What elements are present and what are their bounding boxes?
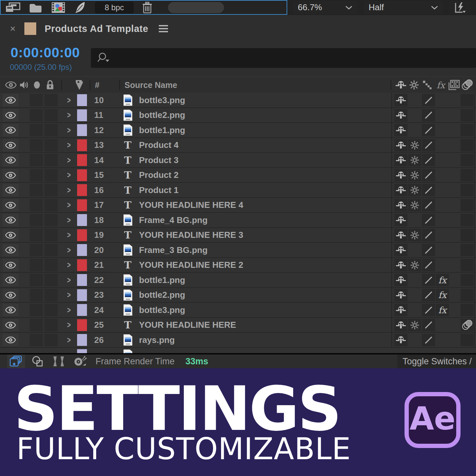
collapse-transformations-switch-icon[interactable] bbox=[408, 229, 421, 241]
layer-expand-chevron-icon[interactable]: > bbox=[65, 94, 73, 106]
layer-expand-chevron-icon[interactable]: > bbox=[65, 154, 73, 166]
layer-label-swatch[interactable] bbox=[77, 334, 87, 346]
layer-row[interactable]: >17TYOUR HEADLINE HERE 4 bbox=[0, 198, 476, 213]
layer-name[interactable]: bottle2.png bbox=[139, 109, 185, 122]
project-panel-icon[interactable] bbox=[5, 2, 20, 13]
layer-audio-cell[interactable] bbox=[30, 244, 43, 256]
quality-switch-icon[interactable] bbox=[422, 274, 435, 286]
layer-name[interactable]: bottle2.png bbox=[139, 289, 185, 301]
parent-link-cell[interactable] bbox=[461, 319, 474, 331]
layer-row[interactable]: >25TYOUR HEADLINE HERE bbox=[0, 318, 476, 333]
layer-audio-cell[interactable] bbox=[30, 124, 43, 136]
layer-name[interactable]: bottle3.png bbox=[139, 304, 185, 316]
quality-switch-icon[interactable] bbox=[422, 229, 435, 241]
quick-search-pill[interactable] bbox=[168, 2, 224, 13]
close-tab-icon[interactable]: × bbox=[10, 24, 16, 34]
audio-column-speaker-icon[interactable] bbox=[19, 80, 29, 90]
quality-switch-icon[interactable] bbox=[422, 214, 435, 226]
collapse-transformations-switch-icon[interactable] bbox=[408, 154, 421, 166]
layer-solo-cell[interactable] bbox=[44, 139, 58, 152]
quality-switch-icon[interactable] bbox=[422, 199, 435, 211]
shy-switch-icon[interactable] bbox=[394, 94, 407, 106]
layer-visibility-eye-icon[interactable] bbox=[3, 244, 18, 256]
shy-switch-icon[interactable] bbox=[394, 259, 407, 271]
video-column-eye-icon[interactable] bbox=[5, 81, 16, 89]
layer-row[interactable]: >14TProduct 3 bbox=[0, 153, 476, 168]
shy-switch-icon[interactable] bbox=[394, 139, 407, 152]
effects-switch-icon[interactable]: fx bbox=[436, 289, 449, 301]
layer-visibility-eye-icon[interactable] bbox=[3, 199, 18, 211]
parent-link-cell[interactable] bbox=[461, 184, 474, 196]
layer-expand-chevron-icon[interactable]: > bbox=[65, 139, 73, 152]
layer-visibility-eye-icon[interactable] bbox=[3, 124, 18, 136]
layer-name[interactable]: YOUR HEADLINE HERE bbox=[139, 319, 236, 331]
shy-switch-icon[interactable] bbox=[394, 184, 407, 196]
layer-name[interactable]: rays.png bbox=[139, 334, 175, 346]
layer-visibility-eye-icon[interactable] bbox=[3, 139, 18, 152]
quality-switch-icon[interactable] bbox=[422, 244, 435, 256]
layer-audio-cell[interactable] bbox=[30, 154, 43, 166]
layer-visibility-eye-icon[interactable] bbox=[3, 304, 18, 316]
layer-solo-cell[interactable] bbox=[44, 319, 58, 331]
layer-label-swatch[interactable] bbox=[77, 94, 87, 106]
parent-link-cell[interactable] bbox=[461, 274, 474, 286]
layer-solo-cell[interactable] bbox=[44, 169, 58, 182]
collapse-transformations-switch-icon[interactable] bbox=[408, 169, 421, 182]
layer-label-swatch[interactable] bbox=[77, 304, 87, 316]
parent-link-cell[interactable] bbox=[461, 109, 474, 122]
layer-label-swatch[interactable] bbox=[77, 259, 87, 271]
quality-switch-icon[interactable] bbox=[422, 184, 435, 196]
layer-label-swatch[interactable] bbox=[77, 139, 87, 151]
parent-link-cell[interactable] bbox=[461, 214, 474, 226]
layer-switches-pane-button[interactable] bbox=[7, 354, 25, 368]
motion-blur-column-icon[interactable] bbox=[460, 79, 474, 91]
transfer-controls-pane-button[interactable] bbox=[32, 356, 44, 367]
layer-solo-cell[interactable] bbox=[44, 274, 58, 286]
layer-visibility-eye-icon[interactable] bbox=[3, 229, 18, 241]
layer-row[interactable]: >20Frame_3 BG.png bbox=[0, 243, 476, 258]
layer-name[interactable]: bottle1.png bbox=[139, 274, 185, 286]
layer-name[interactable]: bottle3.png bbox=[139, 94, 185, 106]
layer-expand-chevron-icon[interactable]: > bbox=[65, 214, 73, 226]
layer-visibility-eye-icon[interactable] bbox=[3, 154, 18, 166]
shy-switch-icon[interactable] bbox=[394, 319, 407, 331]
layer-label-swatch[interactable] bbox=[77, 319, 87, 331]
quality-column-icon[interactable] bbox=[422, 80, 432, 90]
layer-solo-cell[interactable] bbox=[44, 154, 58, 166]
layer-row[interactable]: >19TYOUR HEADLINE HERE 3 bbox=[0, 228, 476, 243]
bit-depth-button[interactable]: 8 bpc bbox=[95, 2, 134, 14]
layer-solo-cell[interactable] bbox=[44, 334, 58, 346]
magnification-dropdown[interactable]: 66.7% bbox=[293, 1, 357, 14]
layer-name[interactable]: Product 4 bbox=[139, 139, 179, 152]
comp-tab-title[interactable]: Products Ad Template bbox=[45, 23, 149, 34]
quality-switch-icon[interactable] bbox=[422, 334, 435, 346]
layer-expand-chevron-icon[interactable]: > bbox=[65, 274, 73, 286]
panel-menu-icon[interactable] bbox=[159, 25, 168, 32]
layer-visibility-eye-icon[interactable] bbox=[3, 109, 18, 122]
layer-solo-cell[interactable] bbox=[44, 289, 58, 301]
layer-audio-cell[interactable] bbox=[30, 109, 43, 122]
layer-visibility-eye-icon[interactable] bbox=[3, 289, 18, 301]
layer-name[interactable]: YOUR HEADLINE HERE 3 bbox=[139, 229, 243, 241]
layer-solo-cell[interactable] bbox=[44, 184, 58, 196]
layer-row[interactable] bbox=[0, 348, 476, 353]
shy-switch-icon[interactable] bbox=[394, 214, 407, 226]
layer-row[interactable]: >12bottle1.png bbox=[0, 123, 476, 138]
layer-audio-cell[interactable] bbox=[30, 289, 43, 301]
layer-visibility-eye-icon[interactable] bbox=[3, 214, 18, 226]
in-out-stretch-pane-button[interactable] bbox=[53, 356, 65, 367]
layer-visibility-eye-icon[interactable] bbox=[3, 184, 18, 196]
layer-row[interactable]: >10bottle3.png bbox=[0, 93, 476, 108]
collapse-transformations-column-icon[interactable] bbox=[409, 80, 419, 90]
layer-label-swatch[interactable] bbox=[77, 199, 87, 211]
parent-link-cell[interactable] bbox=[461, 289, 474, 301]
layer-expand-chevron-icon[interactable]: > bbox=[65, 319, 73, 331]
folder-icon[interactable] bbox=[29, 2, 42, 13]
layer-row[interactable]: >21TYOUR HEADLINE HERE 2 bbox=[0, 258, 476, 273]
layer-label-swatch[interactable] bbox=[77, 124, 87, 136]
layer-expand-chevron-icon[interactable]: > bbox=[65, 244, 73, 256]
layer-visibility-eye-icon[interactable] bbox=[3, 274, 18, 286]
resolution-dropdown[interactable]: Half bbox=[364, 1, 443, 14]
layer-audio-cell[interactable] bbox=[30, 259, 43, 271]
layer-label-swatch[interactable] bbox=[77, 154, 87, 166]
